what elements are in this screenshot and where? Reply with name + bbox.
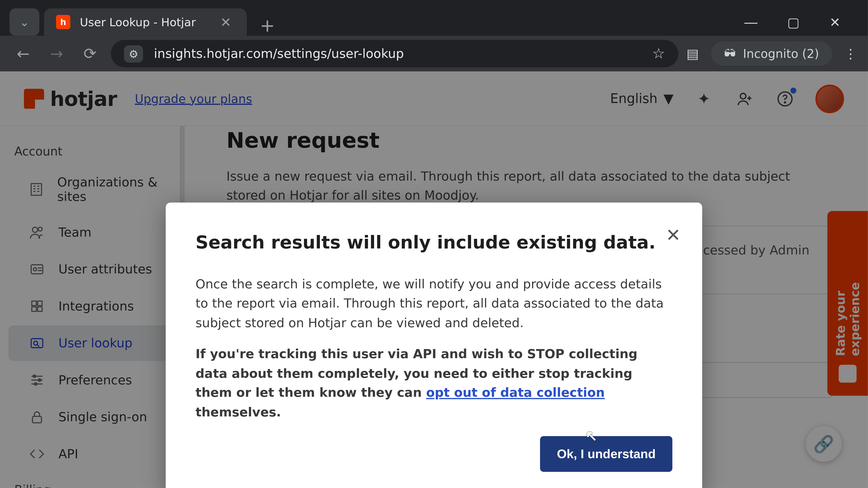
address-bar[interactable]: ⚙ insights.hotjar.com/settings/user-look… [111,40,678,67]
modal-paragraph-1: Once the search is complete, we will not… [195,274,673,332]
opt-out-link[interactable]: opt out of data collection [426,386,604,400]
nav-reload-button[interactable]: ⟳ [78,41,103,66]
url-text: insights.hotjar.com/settings/user-lookup [154,46,642,61]
incognito-indicator[interactable]: 🕶 Incognito (2) [711,42,832,66]
nav-back-button[interactable]: ← [11,41,36,66]
reader-mode-icon[interactable]: ▤ [686,46,699,61]
browser-tab[interactable]: h User Lookup - Hotjar ✕ [44,8,247,36]
tab-title: User Lookup - Hotjar [80,15,196,29]
site-settings-icon[interactable]: ⚙ [124,45,143,62]
modal-strong-text-2: themselves. [195,405,281,419]
modal-paragraph-2: If you're tracking this user via API and… [195,345,673,422]
window-minimize-icon[interactable]: ― [744,15,757,30]
confirm-modal: Search results will only include existin… [166,203,702,488]
window-close-icon[interactable]: ✕ [830,15,841,30]
nav-forward-button[interactable]: → [44,41,69,66]
bookmark-icon[interactable]: ☆ [652,45,665,62]
incognito-icon: 🕶 [724,46,736,61]
tab-search-button[interactable]: ⌄ [9,8,39,36]
modal-confirm-label: Ok, I understand [557,447,656,461]
tab-favicon: h [56,15,70,29]
close-tab-icon[interactable]: ✕ [220,15,231,30]
browser-chrome: ⌄ h User Lookup - Hotjar ✕ + ― ▢ ✕ ← → ⟳… [0,0,868,71]
modal-title: Search results will only include existin… [195,229,673,257]
modal-confirm-button[interactable]: Ok, I understand ↖ [540,436,673,472]
mouse-cursor-icon: ↖ [585,428,597,445]
modal-close-button[interactable]: ✕ [666,222,681,250]
new-tab-button[interactable]: + [252,15,283,36]
incognito-label: Incognito (2) [743,46,819,61]
browser-menu-icon[interactable]: ⋮ [844,46,857,61]
window-maximize-icon[interactable]: ▢ [787,15,800,30]
